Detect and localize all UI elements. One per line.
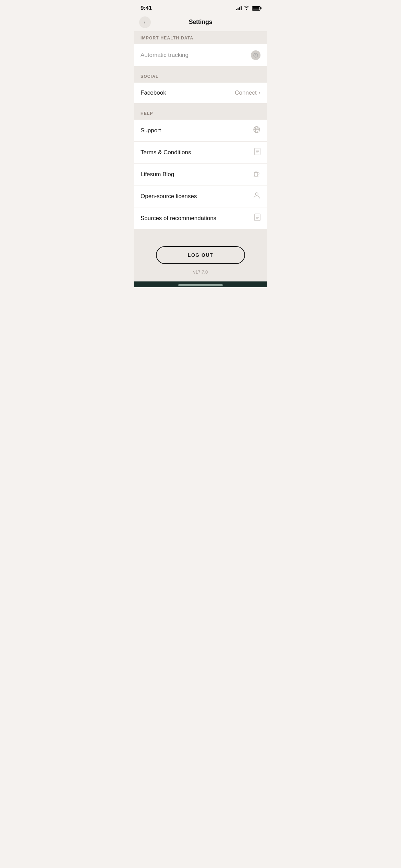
terms-conditions-label: Terms & Conditions — [141, 149, 191, 156]
facebook-label: Facebook — [141, 89, 166, 96]
terms-right — [254, 148, 260, 157]
svg-point-13 — [255, 193, 258, 195]
support-right — [253, 126, 260, 135]
open-source-licenses-label: Open-source licenses — [141, 193, 197, 200]
signal-icon — [236, 6, 242, 10]
wifi-icon — [244, 5, 249, 11]
back-chevron-icon: ‹ — [144, 19, 145, 25]
support-item[interactable]: Support — [134, 120, 267, 142]
social-section-header: SOCIAL — [134, 70, 267, 83]
social-label: SOCIAL — [141, 74, 159, 79]
import-health-data-label: IMPORT HEALTH DATA — [141, 36, 193, 40]
back-button[interactable]: ‹ — [139, 16, 151, 28]
open-source-right — [253, 192, 260, 201]
blog-right — [253, 170, 260, 179]
support-label: Support — [141, 127, 161, 134]
facebook-item[interactable]: Facebook Connect › — [134, 83, 267, 103]
lifesum-blog-item[interactable]: Lifesum Blog — [134, 164, 267, 185]
logout-button[interactable]: LOG OUT — [156, 246, 245, 264]
help-section-header: HELP — [134, 107, 267, 120]
automatic-tracking-item[interactable]: Automatic tracking — [134, 44, 267, 66]
help-label: HELP — [141, 111, 153, 116]
status-icons — [236, 5, 261, 11]
lifesum-blog-label: Lifesum Blog — [141, 171, 174, 178]
status-time: 9:41 — [141, 5, 152, 12]
page-title: Settings — [189, 19, 212, 26]
open-source-licenses-item[interactable]: Open-source licenses — [134, 185, 267, 207]
document2-icon — [254, 214, 260, 223]
import-health-data-section-header: IMPORT HEALTH DATA — [134, 31, 267, 44]
chevron-right-icon: › — [259, 90, 260, 96]
battery-icon — [252, 6, 260, 11]
facebook-connect-value: Connect — [235, 89, 256, 96]
nav-header: ‹ Settings — [134, 14, 267, 31]
sources-recommendations-item[interactable]: Sources of recommendations — [134, 207, 267, 229]
home-indicator — [134, 281, 267, 287]
social-section-content: Facebook Connect › — [134, 83, 267, 103]
svg-point-2 — [255, 56, 256, 57]
status-bar: 9:41 — [134, 0, 267, 14]
version-text: v17.7.0 — [193, 269, 208, 275]
sources-recommendations-label: Sources of recommendations — [141, 215, 216, 222]
spacer-2 — [134, 103, 267, 107]
terms-conditions-item[interactable]: Terms & Conditions — [134, 142, 267, 164]
help-section-content: Support Terms & Conditions — [134, 120, 267, 229]
import-section-content: Automatic tracking — [134, 44, 267, 66]
toggle-icon[interactable] — [251, 50, 260, 60]
document-icon — [254, 148, 260, 157]
facebook-right: Connect › — [235, 89, 260, 96]
person-icon — [253, 192, 260, 201]
automatic-tracking-label: Automatic tracking — [141, 52, 189, 59]
logout-section: LOG OUT v17.7.0 — [134, 229, 267, 281]
coffee-icon — [253, 170, 260, 179]
globe-icon — [253, 126, 260, 135]
home-bar — [178, 284, 223, 286]
sources-right — [254, 214, 260, 223]
spacer-1 — [134, 66, 267, 70]
